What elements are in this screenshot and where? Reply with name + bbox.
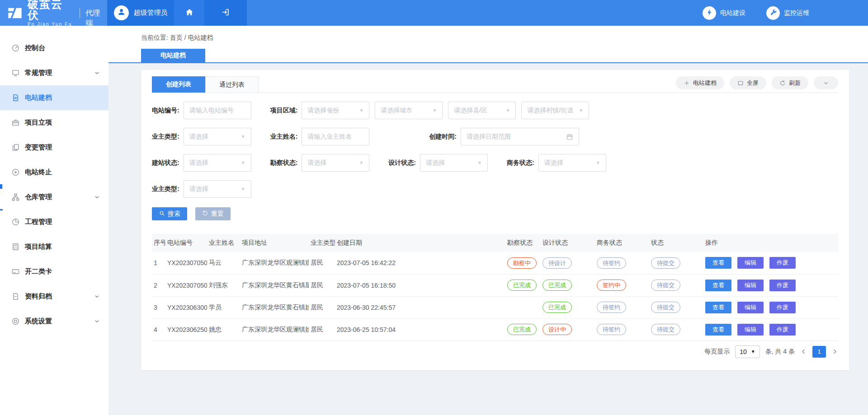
tab-create-list[interactable]: 创建列表	[152, 76, 205, 93]
collapse-button[interactable]	[814, 76, 838, 89]
logout-icon	[221, 8, 230, 19]
cell-status: 待提交	[649, 296, 703, 318]
view-button[interactable]: 查看	[705, 257, 731, 269]
cell-owner_type: 居民	[309, 252, 335, 274]
filter-select[interactable]: 请选择▼	[302, 154, 369, 172]
cell-address: 广东深圳龙华区黄石镇星官大...	[240, 274, 309, 296]
filter-select[interactable]: 请选择▼	[420, 154, 488, 172]
next-page-button[interactable]	[831, 348, 838, 355]
column-header: 状态	[649, 234, 703, 252]
filter-select[interactable]: 请选择省份▼	[302, 102, 369, 119]
status-badge: 待签约	[597, 302, 626, 313]
table-header-row: 序号电站编号业主姓名项目地址业主类型创建日期勘察状态设计状态商务状态状态操作	[152, 234, 838, 252]
column-header: 业主姓名	[207, 234, 240, 252]
per-page-select[interactable]: 10 ▼	[735, 345, 760, 358]
cell-no: 2	[152, 274, 165, 296]
cell-address: 广东深圳龙华区观澜镇观湖路...	[240, 252, 309, 274]
void-button[interactable]: 作废	[769, 257, 796, 269]
column-header: 电站编号	[165, 234, 207, 252]
cell-status: 待设计	[541, 252, 595, 274]
copy-icon	[11, 143, 20, 152]
filter-select[interactable]: 请选择▼	[184, 154, 251, 172]
sidebar-item-station-termination[interactable]: 电站终止	[0, 160, 108, 185]
page-number-button[interactable]: 1	[812, 346, 826, 358]
edit-button[interactable]: 编辑	[737, 257, 764, 269]
sidebar-item-project-initiation[interactable]: 项目立项	[0, 110, 108, 135]
home-button[interactable]	[174, 0, 204, 26]
void-button[interactable]: 作废	[769, 280, 796, 291]
quick-link-station-build[interactable]: 电站建设	[703, 6, 745, 20]
chevron-down-icon: ▼	[241, 187, 245, 191]
filter-date[interactable]: 请选择日期范围	[461, 128, 579, 145]
sidebar-item-station-archive[interactable]: 电站建档	[0, 85, 108, 110]
cell-actions: 查看编辑作废	[703, 252, 838, 274]
reset-icon	[202, 210, 208, 218]
briefcase-icon	[11, 118, 20, 127]
fullscreen-button[interactable]: 全屏	[730, 76, 766, 89]
cell-status: 已完成	[505, 318, 541, 340]
status-badge: 勘察中	[507, 257, 537, 269]
sidebar-item-general-management[interactable]: 常规管理	[0, 61, 108, 85]
prev-page-button[interactable]	[800, 348, 807, 355]
filter-label: 设计状态:	[388, 159, 416, 167]
page-tab-station-archive[interactable]: 电站建档	[141, 49, 205, 62]
chevron-down-icon: ▼	[241, 134, 245, 139]
sidebar-item-label: 电站建档	[25, 93, 52, 102]
filter-select[interactable]: 请选择村镇/街道▼	[521, 102, 589, 119]
filter-select[interactable]: 请选择▼	[184, 128, 251, 145]
filter-select[interactable]: 请选择城市▼	[375, 102, 443, 119]
placeholder-text: 请选择	[189, 185, 208, 193]
create-archive-button[interactable]: 电站建档	[676, 76, 724, 89]
view-button[interactable]: 查看	[705, 302, 731, 313]
void-button[interactable]: 作废	[769, 324, 796, 336]
refresh-button[interactable]: 刷新	[772, 76, 808, 89]
sidebar-item-warehouse[interactable]: 仓库管理	[0, 185, 108, 210]
edit-button[interactable]: 编辑	[737, 280, 764, 291]
filter-select[interactable]: 请选择县/区▼	[448, 102, 516, 119]
cell-status: 已完成	[541, 274, 595, 296]
filter-input[interactable]: 请输入业主姓名	[302, 128, 369, 145]
breadcrumb-label: 当前位置:	[141, 34, 168, 41]
edit-button[interactable]: 编辑	[737, 302, 764, 313]
filter-select[interactable]: 请选择▼	[184, 180, 251, 198]
filter-input[interactable]: 请输入电站编号	[184, 102, 251, 119]
edit-button[interactable]: 编辑	[737, 324, 764, 336]
brand-tag: 代理端	[80, 8, 107, 18]
list-tabs: 创建列表 通过列表	[152, 76, 259, 93]
breadcrumb-path: 首页 / 电站建档	[170, 34, 213, 41]
filter-select[interactable]: 请选择▼	[538, 154, 606, 172]
sidebar-item-data-archive[interactable]: 资料归档	[0, 284, 108, 309]
sidebar-item-engineering[interactable]: 工程管理	[0, 210, 108, 234]
search-button[interactable]: 搜索	[152, 207, 187, 220]
sidebar-item-project-settlement[interactable]: 项目结算	[0, 234, 108, 259]
sidebar-item-second-class-card[interactable]: 开二类卡	[0, 259, 108, 284]
chevron-down-icon	[94, 294, 100, 299]
cell-code: YX2023063000009	[165, 296, 207, 318]
monitor-icon	[11, 69, 20, 77]
status-badge: 待签约	[597, 257, 626, 269]
tab-passed-list[interactable]: 通过列表	[205, 76, 259, 93]
reset-button[interactable]: 重置	[195, 207, 231, 220]
sidebar-item-system-settings[interactable]: 系统设置	[0, 309, 108, 334]
filter-label: 业主类型:	[152, 185, 179, 193]
per-page-label: 每页显示	[704, 348, 730, 356]
target-icon	[11, 317, 20, 326]
sidebar-item-label: 常规管理	[25, 69, 52, 77]
cell-code: YX2023070500011	[165, 252, 207, 274]
card-icon	[11, 267, 20, 276]
sidebar-item-label: 项目结算	[25, 242, 52, 251]
logout-button[interactable]	[204, 0, 247, 26]
cell-status	[505, 296, 541, 318]
brand: 破茧云伏 Po Jian Yun Fu 代理端	[0, 0, 107, 26]
quick-link-monitor-ops[interactable]: 监控运维	[766, 6, 809, 20]
view-button[interactable]: 查看	[705, 280, 731, 291]
filter-label: 业主类型:	[152, 133, 179, 141]
cell-actions: 查看编辑作废	[703, 274, 838, 296]
void-button[interactable]: 作废	[769, 302, 796, 313]
sidebar-item-change-management[interactable]: 变更管理	[0, 135, 108, 160]
sidebar-item-console[interactable]: 控制台	[0, 36, 108, 61]
user-menu[interactable]: 超级管理员	[107, 0, 174, 26]
view-button[interactable]: 查看	[705, 324, 731, 336]
table-body: 1YX2023070500011马云广东深圳龙华区观澜镇观湖路...居民2023…	[152, 252, 838, 340]
placeholder-text: 请选择	[544, 159, 563, 167]
